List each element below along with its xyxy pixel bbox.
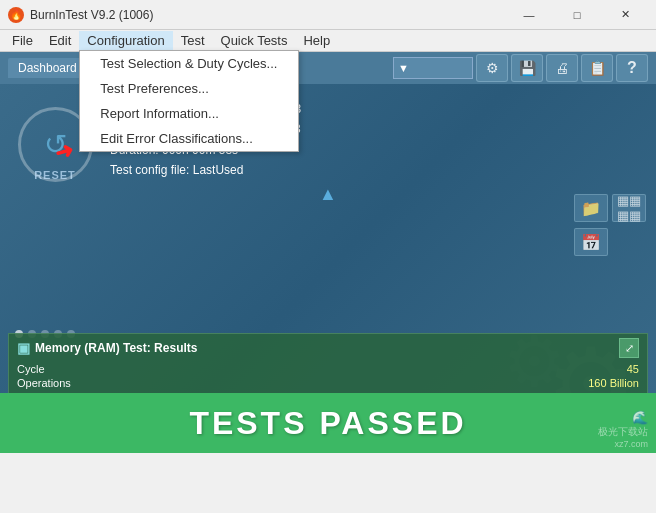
- folder-icon-group: 📁 ▦▦▦▦: [574, 194, 646, 222]
- view-selector[interactable]: ▼: [393, 57, 473, 79]
- maximize-button[interactable]: □: [554, 0, 600, 30]
- help-icon[interactable]: ?: [616, 54, 648, 82]
- window-controls: — □ ✕: [506, 0, 648, 30]
- memory-panel-header: ▣ Memory (RAM) Test: Results ⤢: [17, 338, 639, 358]
- menu-quick-tests[interactable]: Quick Tests: [213, 31, 296, 50]
- menu-test-selection[interactable]: Test Selection & Duty Cycles...: [80, 51, 298, 76]
- memory-title: ▣ Memory (RAM) Test: Results: [17, 340, 197, 356]
- close-button[interactable]: ✕: [602, 0, 648, 30]
- tests-passed-bar: TESTS PASSED 🌊 极光下载站 xz7.com: [0, 393, 656, 453]
- reset-label: RESET: [34, 169, 76, 181]
- menu-edit[interactable]: Edit: [41, 31, 79, 50]
- config-file: Test config file: LastUsed: [110, 160, 301, 180]
- menu-report-information[interactable]: Report Information...: [80, 101, 298, 126]
- operations-label: Operations: [17, 377, 71, 389]
- print-icon[interactable]: 🖨: [546, 54, 578, 82]
- watermark-text: 极光下载站: [598, 425, 648, 439]
- calendar-icon-group: 📅: [574, 228, 646, 256]
- memory-row-cycle: Cycle 45: [17, 362, 639, 376]
- side-icons-area: 📁 ▦▦▦▦ 📅: [574, 194, 646, 256]
- menu-edit-error-classifications[interactable]: Edit Error Classifications...: [80, 126, 298, 151]
- save-icon[interactable]: 💾: [511, 54, 543, 82]
- window-title: BurnInTest V9.2 (1006): [30, 8, 506, 22]
- cycle-value: 45: [627, 363, 639, 375]
- scroll-up-button[interactable]: ▲: [319, 184, 337, 205]
- folder-icon[interactable]: 📁: [574, 194, 608, 222]
- menu-configuration[interactable]: Configuration Test Selection & Duty Cycl…: [79, 31, 172, 50]
- tests-passed-label: TESTS PASSED: [189, 405, 466, 442]
- toolbar-icons: ▼ ⚙ 💾 🖨 📋 ?: [393, 54, 648, 82]
- app-icon: 🔥: [8, 7, 24, 23]
- dashboard-tab[interactable]: Dashboard: [8, 58, 87, 78]
- menu-file[interactable]: File: [4, 31, 41, 50]
- menu-bar: File Edit Configuration Test Selection &…: [0, 30, 656, 52]
- menu-test[interactable]: Test: [173, 31, 213, 50]
- memory-row-operations: Operations 160 Billion: [17, 376, 639, 390]
- cycle-label: Cycle: [17, 363, 45, 375]
- gear-icon[interactable]: ⚙: [476, 54, 508, 82]
- calendar-icon[interactable]: 📅: [574, 228, 608, 256]
- menu-test-preferences[interactable]: Test Preferences...: [80, 76, 298, 101]
- menu-help[interactable]: Help: [295, 31, 338, 50]
- minimize-button[interactable]: —: [506, 0, 552, 30]
- configuration-dropdown: Test Selection & Duty Cycles... Test Pre…: [79, 50, 299, 152]
- grid-icon[interactable]: ▦▦▦▦: [612, 194, 646, 222]
- title-bar: 🔥 BurnInTest V9.2 (1006) — □ ✕: [0, 0, 656, 30]
- watermark-brand-icon: 🌊: [598, 410, 648, 425]
- ram-icon: ▣: [17, 340, 30, 356]
- watermark-logo: 🌊 极光下载站 xz7.com: [598, 410, 648, 449]
- operations-value: 160 Billion: [588, 377, 639, 389]
- memory-expand-button[interactable]: ⤢: [619, 338, 639, 358]
- clipboard-icon[interactable]: 📋: [581, 54, 613, 82]
- watermark-url: xz7.com: [598, 439, 648, 449]
